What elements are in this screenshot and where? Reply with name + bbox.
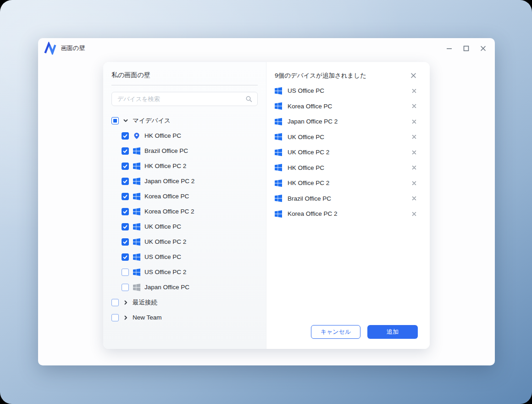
windows-icon bbox=[275, 180, 282, 187]
window-controls bbox=[445, 45, 487, 52]
chevron-down-icon[interactable] bbox=[123, 118, 128, 123]
device-picker-panel: 私の画面の壁 bbox=[103, 62, 266, 349]
device-row[interactable]: US Office PC 2 bbox=[111, 264, 258, 280]
windows-icon bbox=[275, 118, 282, 125]
remove-device-icon[interactable] bbox=[410, 118, 418, 125]
add-button[interactable]: 追加 bbox=[367, 325, 418, 339]
windows-icon bbox=[133, 253, 140, 261]
desktop-background: 画面の壁 私の画面の壁 bbox=[0, 0, 532, 404]
device-name: Brazil Office PC bbox=[144, 147, 188, 154]
device-row[interactable]: HK Office PC bbox=[111, 128, 258, 143]
windows-icon bbox=[275, 133, 282, 140]
panel-title: 私の画面の壁 bbox=[111, 71, 258, 85]
added-device-row[interactable]: HK Office PC bbox=[275, 160, 418, 176]
added-count-text: 9個のデバイスが追加されました bbox=[275, 72, 366, 80]
device-name: HK Office PC 2 bbox=[288, 180, 329, 186]
device-checkbox[interactable] bbox=[122, 238, 129, 246]
search-box[interactable] bbox=[111, 92, 258, 106]
search-icon bbox=[245, 95, 253, 103]
app-window: 画面の壁 私の画面の壁 bbox=[38, 38, 495, 365]
added-device-row[interactable]: US Office PC bbox=[275, 83, 418, 99]
device-name: Korea Office PC bbox=[144, 193, 189, 200]
added-device-row[interactable]: UK Office PC bbox=[275, 129, 418, 145]
device-name: HK Office PC bbox=[288, 164, 324, 171]
close-panel-icon[interactable] bbox=[409, 71, 418, 80]
anyviewer-logo bbox=[44, 42, 56, 55]
maximize-icon[interactable] bbox=[462, 45, 470, 52]
tree-group-new-team[interactable]: New Team bbox=[111, 310, 258, 325]
group-label: マイデバイス bbox=[133, 117, 171, 125]
windows-icon bbox=[133, 208, 140, 215]
tree-group-my-devices[interactable]: マイデバイス bbox=[111, 113, 258, 128]
device-checkbox[interactable] bbox=[122, 208, 129, 215]
device-checkbox[interactable] bbox=[122, 253, 129, 261]
device-checkbox[interactable] bbox=[122, 223, 129, 230]
group-checkbox[interactable] bbox=[111, 299, 119, 306]
windows-icon bbox=[275, 164, 282, 171]
device-row[interactable]: Korea Office PC bbox=[111, 189, 258, 204]
remove-device-icon[interactable] bbox=[410, 164, 418, 171]
group-checkbox[interactable] bbox=[111, 117, 119, 124]
windows-icon bbox=[133, 238, 140, 246]
windows-icon bbox=[133, 269, 140, 276]
device-row[interactable]: UK Office PC 2 bbox=[111, 234, 258, 249]
added-device-row[interactable]: UK Office PC 2 bbox=[275, 145, 418, 160]
windows-icon bbox=[133, 284, 140, 291]
windows-icon bbox=[275, 102, 282, 110]
chevron-right-icon[interactable] bbox=[123, 300, 128, 305]
device-checkbox[interactable] bbox=[122, 193, 129, 200]
dialog-footer: キャンセル 追加 bbox=[275, 325, 418, 340]
device-row[interactable]: Japan Office PC bbox=[111, 280, 258, 295]
tree-group-recent[interactable]: 最近接続 bbox=[111, 295, 258, 310]
remove-device-icon[interactable] bbox=[410, 180, 418, 187]
device-row[interactable]: Korea Office PC 2 bbox=[111, 204, 258, 219]
windows-icon bbox=[275, 149, 282, 156]
device-name: Japan Office PC bbox=[144, 284, 189, 291]
device-row[interactable]: US Office PC bbox=[111, 249, 258, 264]
search-input[interactable] bbox=[116, 95, 245, 103]
remove-device-icon[interactable] bbox=[410, 195, 418, 202]
device-checkbox[interactable] bbox=[122, 163, 129, 170]
group-checkbox[interactable] bbox=[111, 314, 119, 321]
device-name: Brazil Office PC bbox=[288, 195, 331, 202]
device-row[interactable]: Brazil Office PC bbox=[111, 143, 258, 158]
windows-icon bbox=[275, 87, 282, 95]
remove-device-icon[interactable] bbox=[410, 133, 418, 140]
cancel-button[interactable]: キャンセル bbox=[311, 325, 360, 339]
device-row[interactable]: HK Office PC 2 bbox=[111, 158, 258, 174]
remove-device-icon[interactable] bbox=[410, 87, 418, 95]
device-name: Korea Office PC bbox=[288, 103, 332, 110]
added-device-row[interactable]: Korea Office PC bbox=[275, 99, 418, 114]
remove-device-icon[interactable] bbox=[410, 210, 418, 218]
device-tree: マイデバイス HK Office PC Brazil Office PC bbox=[111, 113, 258, 325]
device-checkbox[interactable] bbox=[122, 147, 129, 155]
device-name: UK Office PC bbox=[144, 223, 181, 230]
window-title: 画面の壁 bbox=[61, 44, 85, 52]
windows-icon bbox=[133, 223, 140, 230]
remove-device-icon[interactable] bbox=[410, 149, 418, 156]
chevron-right-icon[interactable] bbox=[123, 315, 128, 320]
added-device-row[interactable]: Korea Office PC 2 bbox=[275, 206, 418, 222]
device-checkbox[interactable] bbox=[122, 132, 129, 140]
close-icon[interactable] bbox=[479, 45, 487, 52]
device-name: UK Office PC 2 bbox=[288, 149, 329, 156]
added-device-row[interactable]: HK Office PC 2 bbox=[275, 175, 418, 191]
location-pin-icon bbox=[133, 132, 140, 140]
windows-icon bbox=[133, 178, 140, 185]
device-checkbox[interactable] bbox=[122, 178, 129, 185]
device-checkbox[interactable] bbox=[122, 284, 129, 291]
remove-device-icon[interactable] bbox=[410, 102, 418, 110]
device-checkbox[interactable] bbox=[122, 269, 129, 276]
added-devices-panel: 9個のデバイスが追加されました US Office PC Korea Offic… bbox=[266, 62, 430, 349]
device-row[interactable]: UK Office PC bbox=[111, 219, 258, 234]
added-devices-list: US Office PC Korea Office PC Japan Offic… bbox=[275, 83, 418, 325]
device-name: UK Office PC 2 bbox=[144, 238, 186, 245]
group-label: New Team bbox=[133, 314, 162, 321]
device-name: US Office PC bbox=[288, 87, 324, 94]
device-row[interactable]: Japan Office PC 2 bbox=[111, 174, 258, 189]
added-device-row[interactable]: Japan Office PC 2 bbox=[275, 114, 418, 129]
minimize-icon[interactable] bbox=[445, 45, 453, 52]
windows-icon bbox=[133, 163, 140, 170]
added-device-row[interactable]: Brazil Office PC bbox=[275, 191, 418, 207]
group-label: 最近接続 bbox=[133, 298, 157, 307]
